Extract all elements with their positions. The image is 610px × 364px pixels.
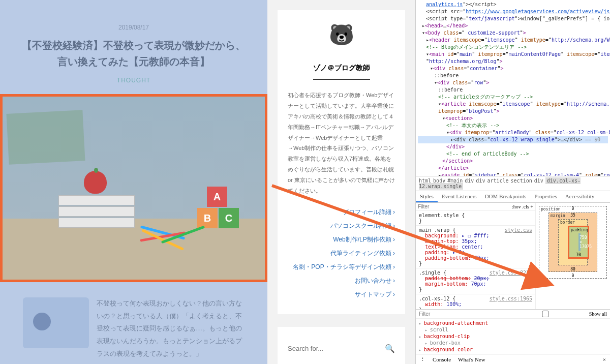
cls-toggle[interactable]: .cls xyxy=(522,204,529,209)
box-model[interactable]: position 0 margin 35 border - padding - … xyxy=(535,203,610,309)
blog-sidebar: ゾノ＠ブログ教師 初心者を応援するブログ教師・Webデザイナーとして活動していま… xyxy=(267,0,415,364)
sidebar-title: ゾノ＠ブログ教師 xyxy=(313,64,370,80)
post-date: 2019/08/17 xyxy=(18,24,250,31)
tab-dombreakpoints[interactable]: DOM Breakpoints xyxy=(481,191,531,202)
tab-whatsnew[interactable]: What's New xyxy=(458,356,485,362)
post-category[interactable]: THOUGHT xyxy=(18,77,250,84)
tab-console[interactable]: Console xyxy=(433,356,451,362)
tab-styles[interactable]: Styles xyxy=(416,191,438,202)
post-title: 【不登校経験済】不登校って表現が微妙だから、言い換えてみた【元教師の本音】 xyxy=(18,37,250,70)
tab-accessibility[interactable]: Accessibility xyxy=(561,191,598,202)
styles-tabs[interactable]: Styles Event Listeners DOM Breakpoints P… xyxy=(416,191,610,203)
close-icon[interactable]: × xyxy=(603,356,606,362)
sidebar-link[interactable]: プロフィール詳細 xyxy=(288,205,395,219)
hov-toggle[interactable]: :hov xyxy=(512,204,521,209)
bear-logo-icon xyxy=(327,23,355,56)
elements-tree[interactable]: analytics.js"></script> <script src="htt… xyxy=(416,0,610,176)
add-rule-icon[interactable]: + xyxy=(530,204,533,209)
profile-widget: ゾノ＠ブログ教師 初心者を応援するブログ教師・Webデザイナーとして活動していま… xyxy=(278,10,405,314)
hero-image: A BC xyxy=(3,97,265,280)
tab-eventlisteners[interactable]: Event Listeners xyxy=(438,191,481,202)
article-column: 2019/08/17 【不登校経験済】不登校って表現が微妙だから、言い換えてみた… xyxy=(0,0,267,364)
sidebar-link[interactable]: お問い合わせ xyxy=(288,274,395,288)
showall-checkbox[interactable] xyxy=(503,311,588,317)
drawer-toggle-icon[interactable]: ⋮ xyxy=(420,356,425,362)
search-icon[interactable]: 🔍 xyxy=(385,344,395,353)
sidebar-link[interactable]: パソコンスクール詳細 xyxy=(288,219,395,233)
hero-image-highlight: A BC xyxy=(0,94,267,282)
sidebar-link[interactable]: 名刺・POP・チラシ等デザイン依頼 xyxy=(288,260,395,274)
css-rules[interactable]: :hov .cls + element.style {} style.css m… xyxy=(416,203,535,309)
devtools-panel: analytics.js"></script> <script src="htt… xyxy=(415,0,610,364)
page-preview: 2019/08/17 【不登校経験済】不登校って表現が微妙だから、言い換えてみた… xyxy=(0,0,415,364)
abc-blocks: A BC xyxy=(197,186,239,229)
sidebar-link[interactable]: サイトマップ xyxy=(288,288,395,301)
search-input[interactable] xyxy=(288,340,385,357)
styles-filter-input[interactable] xyxy=(418,204,512,209)
computed-properties[interactable]: background-attachment scroll background-… xyxy=(416,319,610,354)
sidebar-bio: 初心者を応援するブログ教師・Webデザイナーとして活動しています。大学卒業後にア… xyxy=(288,90,395,196)
sidebar-link[interactable]: 代筆ライティング依頼 xyxy=(288,247,395,260)
search-widget: 🔍 xyxy=(278,327,405,364)
sidebar-link[interactable]: Web制作/LP制作依頼 xyxy=(288,233,395,247)
box-model-padding-highlight: padding - 750 × 17075 70 xyxy=(568,226,589,259)
post-excerpt: 不登校って何か表現おかしくない？他の言い方ないの？と思っている人（僕）「よく考え… xyxy=(97,297,245,360)
apple-icon xyxy=(84,171,107,194)
sidebar-links: プロフィール詳細 パソコンスクール詳細 Web制作/LP制作依頼 代筆ライティン… xyxy=(288,205,395,301)
author-avatar xyxy=(23,297,89,348)
console-drawer[interactable]: ⋮ Console What's New × xyxy=(416,354,610,364)
tab-properties[interactable]: Properties xyxy=(530,191,561,202)
selected-element-row[interactable]: …▸<div class="col-xs-12 wrap single">…</… xyxy=(418,136,608,143)
breadcrumb-path[interactable]: htmlbody#maindivdivarticlesectiondivdiv.… xyxy=(416,176,610,191)
computed-filter-input[interactable] xyxy=(419,311,503,317)
